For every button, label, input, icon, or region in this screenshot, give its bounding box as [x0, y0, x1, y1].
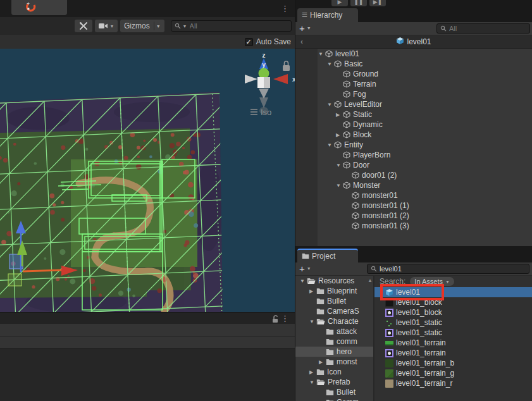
hierarchy-row[interactable]: ▶Block: [295, 130, 532, 140]
scene-menu-kebab-icon[interactable]: ⋮: [281, 4, 289, 13]
prefab-cube-icon: [385, 288, 393, 297]
folder-row-label: Resources: [318, 276, 354, 285]
hierarchy-row[interactable]: door01 (2): [295, 170, 532, 180]
hierarchy-row[interactable]: ▶Static: [295, 109, 532, 120]
project-result-row[interactable]: level01_block: [374, 297, 532, 307]
folder-row[interactable]: Comm: [295, 397, 373, 401]
scene-view[interactable]: z y x Iso: [0, 49, 295, 312]
folder-row[interactable]: CameraS: [295, 306, 373, 316]
expand-arrow-icon[interactable]: ▶: [336, 132, 343, 138]
scene-search-input[interactable]: [190, 22, 288, 30]
hierarchy-row[interactable]: monster01: [295, 190, 532, 200]
hierarchy-row[interactable]: Ground: [295, 69, 532, 79]
folder-row[interactable]: hero: [295, 347, 373, 357]
hierarchy-row-label: Ground: [353, 70, 378, 78]
folder-row[interactable]: ▼Prefab: [295, 377, 373, 387]
hierarchy-search-field[interactable]: [436, 23, 530, 34]
step-button[interactable]: ▶❚: [369, 0, 386, 6]
camera-caret-icon: ▼: [110, 24, 114, 28]
project-result-row[interactable]: level01_terrain: [374, 348, 532, 358]
expand-arrow-icon[interactable]: ▼: [318, 51, 325, 57]
gizmo-cube-right-face[interactable]: [264, 77, 270, 88]
pause-button[interactable]: ❚❚: [350, 0, 367, 6]
axis-y-ball[interactable]: [259, 68, 269, 79]
expand-arrow-icon[interactable]: ▼: [309, 319, 316, 324]
folder-row[interactable]: Bullet: [295, 387, 373, 397]
expand-arrow-icon[interactable]: ▼: [336, 183, 343, 188]
bottom-panel-kebab-icon[interactable]: ⋮: [281, 314, 289, 323]
expand-arrow-icon[interactable]: ▼: [327, 102, 334, 108]
search-icon: [371, 266, 377, 272]
project-add-button[interactable]: +▼: [299, 263, 311, 275]
bottom-panel-header: ⋮: [0, 312, 295, 324]
auto-save-bar: ✓ Auto Save: [0, 35, 295, 49]
gameobject-cube-icon: [334, 141, 342, 149]
project-result-row[interactable]: level01_static: [374, 318, 532, 328]
breadcrumb-back-icon[interactable]: ‹: [300, 37, 303, 46]
folder-row[interactable]: ▼Characte: [295, 316, 373, 326]
folder-row[interactable]: ▶monst: [295, 357, 373, 367]
project-result-row[interactable]: level01: [374, 287, 532, 297]
project-result-row[interactable]: level01_static: [374, 328, 532, 338]
expand-arrow-icon[interactable]: ▼: [309, 379, 316, 385]
sprite-terrain-icon: [385, 339, 393, 347]
project-result-row[interactable]: level01_terrain_r: [374, 378, 532, 388]
search-results-label: Search:: [380, 277, 405, 286]
camera-button[interactable]: ▼: [95, 20, 118, 32]
bottom-panel-row-2[interactable]: [0, 336, 295, 349]
tab-project[interactable]: Project: [297, 249, 358, 262]
search-scope-chip[interactable]: In Assets ▼: [410, 277, 454, 286]
project-search-input[interactable]: [380, 265, 526, 273]
gizmo-cube-left-face[interactable]: [257, 77, 264, 88]
hierarchy-search-input[interactable]: [449, 25, 526, 32]
folder-row[interactable]: ▼Resources: [295, 276, 373, 286]
tab-hierarchy[interactable]: ☰ Hierarchy: [297, 8, 358, 22]
project-result-row[interactable]: level01_block: [374, 307, 532, 318]
hierarchy-row[interactable]: ▼level01: [295, 49, 532, 59]
hierarchy-row[interactable]: ▼Basic: [295, 59, 532, 69]
orange-tool-button[interactable]: [11, 0, 67, 15]
hierarchy-row[interactable]: ▼LevelEditor: [295, 99, 532, 109]
folder-row[interactable]: attack: [295, 326, 373, 336]
project-result-row[interactable]: level01_terrain: [374, 338, 532, 348]
expand-arrow-icon[interactable]: ▼: [300, 278, 307, 284]
move-gizmo-plane-handle[interactable]: [8, 274, 22, 286]
folder-row[interactable]: Bullet: [295, 296, 373, 306]
gizmos-button[interactable]: Gizmos ▼: [120, 20, 164, 32]
expand-arrow-icon[interactable]: ▶: [319, 359, 326, 365]
hierarchy-row[interactable]: PlayerBorn: [295, 150, 532, 160]
unlock-icon[interactable]: [271, 314, 280, 326]
folder-row[interactable]: ▶Blueprint: [295, 286, 373, 296]
hierarchy-add-button[interactable]: +▼: [299, 23, 311, 34]
play-button[interactable]: ▶: [331, 0, 348, 6]
hierarchy-row[interactable]: ▼Door: [295, 160, 532, 170]
folder-row[interactable]: comm: [295, 336, 373, 347]
hierarchy-row[interactable]: monster01 (2): [295, 211, 532, 221]
scene-lock-icon[interactable]: [283, 65, 290, 71]
hierarchy-row[interactable]: ▼Entity: [295, 140, 532, 150]
expand-arrow-icon[interactable]: ▼: [327, 142, 334, 148]
expand-arrow-icon[interactable]: ▶: [309, 288, 316, 294]
hierarchy-row[interactable]: Fog: [295, 89, 532, 99]
expand-arrow-icon[interactable]: ▼: [327, 61, 334, 67]
expand-arrow-icon[interactable]: ▶: [309, 369, 316, 375]
move-gizmo-x-axis[interactable]: [23, 270, 62, 271]
hierarchy-row[interactable]: Dynamic: [295, 120, 532, 130]
scene-viewport[interactable]: z y x Iso: [0, 49, 295, 312]
bottom-panel-row-1[interactable]: [0, 324, 295, 336]
scene-search-field[interactable]: ▼: [171, 20, 292, 32]
expand-arrow-icon[interactable]: ▶: [336, 112, 343, 118]
project-result-row[interactable]: level01_terrain_b: [374, 358, 532, 368]
project-search-field[interactable]: [367, 264, 529, 274]
tools-button[interactable]: [75, 20, 92, 32]
expand-arrow-icon[interactable]: ▼: [336, 163, 343, 168]
folder-row[interactable]: ▶Icon: [295, 367, 373, 377]
results-list: level01level01_blocklevel01_blocklevel01…: [374, 287, 532, 388]
hierarchy-row[interactable]: ▼Monster: [295, 180, 532, 190]
hierarchy-row[interactable]: Terrain: [295, 79, 532, 89]
project-result-row[interactable]: level01_terrain_g: [374, 368, 532, 378]
hierarchy-row[interactable]: monster01 (1): [295, 200, 532, 211]
auto-save-checkbox[interactable]: ✓: [245, 38, 253, 46]
hierarchy-row[interactable]: monster01 (3): [295, 221, 532, 231]
hierarchy-row-label: Monster: [353, 181, 380, 190]
